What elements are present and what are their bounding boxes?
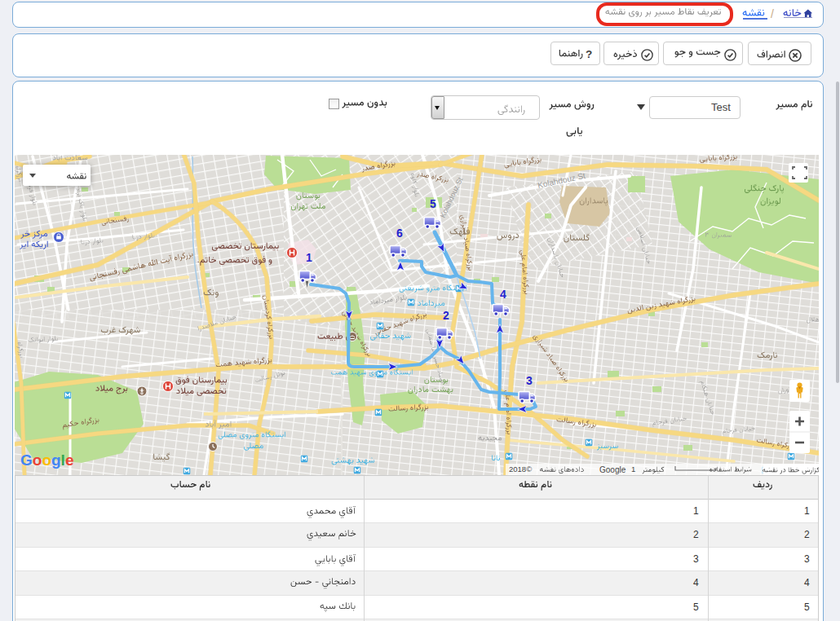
- svg-text:4: 4: [500, 288, 506, 301]
- svg-text:Google: Google: [599, 465, 626, 474]
- svg-text:3: 3: [526, 374, 533, 387]
- svg-text:Google: Google: [20, 451, 73, 469]
- svg-text:6: 6: [396, 227, 403, 240]
- svg-text:5: 5: [430, 197, 436, 210]
- svg-text:1: 1: [306, 251, 312, 264]
- svg-text:2018©: 2018©: [509, 465, 532, 473]
- svg-text:1: 1: [631, 465, 635, 473]
- svg-text:2: 2: [443, 309, 449, 322]
